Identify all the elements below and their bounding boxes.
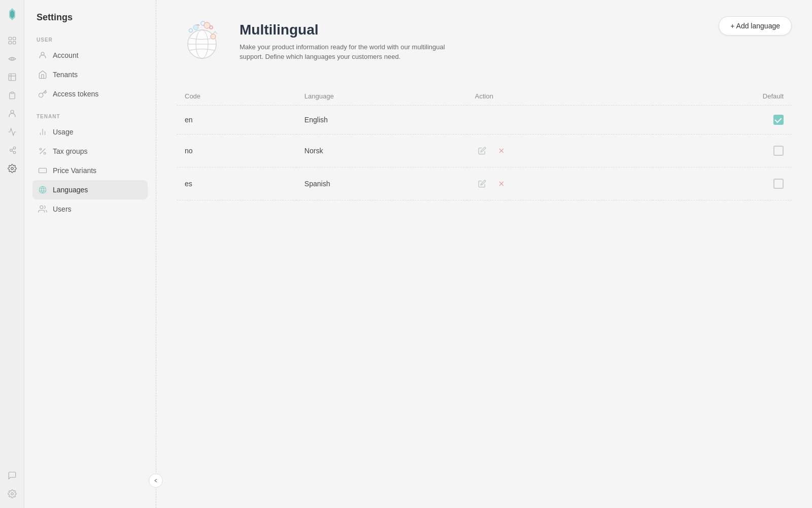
cell-action-no: [467, 134, 653, 167]
svg-rect-2: [9, 42, 11, 44]
sidebar-item-tenants-label: Tenants: [53, 71, 78, 79]
svg-point-29: [189, 29, 193, 32]
sidebar-item-usage[interactable]: Usage: [32, 122, 148, 142]
rail-integrations-icon[interactable]: [4, 142, 20, 158]
header-left: Multilingual Make your product informati…: [177, 16, 453, 67]
sidebar-section-user: USER: [32, 33, 148, 46]
languages-icon: [38, 185, 48, 195]
page-header: Multilingual Make your product informati…: [177, 16, 792, 67]
usage-icon: [38, 127, 48, 137]
col-header-action: Action: [467, 87, 653, 106]
sidebar-item-access-tokens-label: Access tokens: [53, 90, 98, 98]
sidebar-item-tax-groups-label: Tax groups: [53, 147, 87, 155]
edit-language-es[interactable]: [475, 177, 489, 191]
cell-language-es: Spanish: [296, 167, 467, 200]
page-illustration: [177, 16, 227, 67]
delete-language-no[interactable]: [494, 144, 509, 158]
sidebar-section-tenant: TENANT: [32, 110, 148, 122]
header-text: Multilingual Make your product informati…: [240, 22, 453, 62]
sidebar-item-account-label: Account: [53, 51, 79, 59]
price-variants-icon: [38, 165, 48, 176]
users-icon: [38, 204, 48, 214]
page-title: Multilingual: [240, 22, 453, 38]
app-logo[interactable]: [4, 6, 20, 22]
add-language-button[interactable]: + Add language: [719, 16, 792, 36]
delete-language-es[interactable]: [494, 177, 509, 191]
svg-point-22: [39, 186, 46, 193]
svg-point-20: [44, 152, 46, 154]
svg-line-18: [40, 149, 46, 154]
default-indicator-es[interactable]: [773, 179, 784, 189]
col-header-language: Language: [296, 87, 467, 106]
icon-rail: [0, 0, 24, 508]
cell-action-en: [467, 106, 653, 134]
sidebar-item-price-variants-label: Price Variants: [53, 166, 96, 175]
cell-code-en: en: [177, 106, 296, 134]
table-header-row: Code Language Action Default: [177, 87, 792, 106]
sidebar-title: Settings: [32, 12, 148, 23]
rail-orders-icon[interactable]: [4, 87, 20, 104]
table-row: enEnglish: [177, 106, 792, 134]
sidebar-item-users[interactable]: Users: [32, 199, 148, 219]
table-row: noNorsk: [177, 134, 792, 167]
col-header-default: Default: [653, 87, 792, 106]
svg-rect-1: [13, 37, 15, 40]
sidebar-item-languages[interactable]: Languages: [32, 180, 148, 199]
svg-point-32: [211, 34, 216, 39]
svg-rect-5: [9, 74, 16, 81]
svg-point-19: [40, 148, 42, 150]
sidebar: Settings USER Account Tenants Access tok…: [24, 0, 156, 508]
table-row: esSpanish: [177, 167, 792, 200]
rail-grid-icon[interactable]: [4, 51, 20, 67]
svg-line-13: [12, 149, 13, 150]
svg-point-15: [11, 167, 13, 170]
main-content: Multilingual Make your product informati…: [156, 0, 812, 508]
rail-analytics-icon[interactable]: [4, 124, 20, 140]
access-tokens-icon: [38, 89, 48, 99]
rail-dashboard-icon[interactable]: [4, 32, 20, 49]
edit-language-no[interactable]: [475, 144, 489, 158]
svg-point-9: [11, 110, 14, 113]
rail-settings-bottom-icon[interactable]: [4, 486, 20, 502]
cell-code-es: es: [177, 167, 296, 200]
default-indicator-en[interactable]: [773, 115, 784, 125]
svg-rect-3: [13, 42, 15, 44]
cell-action-es: [467, 167, 653, 200]
sidebar-item-users-label: Users: [53, 205, 72, 213]
sidebar-item-price-variants[interactable]: Price Variants: [32, 161, 148, 180]
sidebar-item-account[interactable]: Account: [32, 46, 148, 65]
cell-default-no[interactable]: [653, 134, 792, 167]
cell-language-en: English: [296, 106, 467, 134]
cell-default-es[interactable]: [653, 167, 792, 200]
sidebar-collapse-button[interactable]: [149, 473, 163, 488]
sidebar-item-languages-label: Languages: [53, 186, 88, 194]
languages-table: Code Language Action Default enEnglishno…: [177, 87, 792, 200]
default-indicator-no[interactable]: [773, 146, 784, 156]
account-icon: [38, 50, 48, 60]
rail-catalog-icon[interactable]: [4, 69, 20, 85]
col-header-code: Code: [177, 87, 296, 106]
sidebar-item-access-tokens[interactable]: Access tokens: [32, 84, 148, 104]
rail-settings-icon[interactable]: [4, 160, 20, 177]
tax-groups-icon: [38, 146, 48, 156]
svg-point-23: [40, 206, 43, 209]
sidebar-item-tax-groups[interactable]: Tax groups: [32, 142, 148, 161]
rail-customers-icon[interactable]: [4, 106, 20, 122]
tenants-icon: [38, 70, 48, 80]
rail-chat-icon[interactable]: [4, 467, 20, 484]
sidebar-item-usage-label: Usage: [53, 128, 73, 136]
svg-rect-8: [11, 92, 13, 93]
svg-line-14: [12, 151, 13, 152]
cell-default-en[interactable]: [653, 106, 792, 134]
cell-language-no: Norsk: [296, 134, 467, 167]
svg-point-16: [11, 493, 13, 495]
svg-point-30: [204, 22, 210, 28]
svg-point-31: [193, 25, 198, 30]
cell-code-no: no: [177, 134, 296, 167]
svg-point-4: [11, 58, 13, 60]
page-description: Make your product information ready for …: [240, 42, 453, 62]
sidebar-item-tenants[interactable]: Tenants: [32, 65, 148, 84]
svg-rect-0: [9, 37, 11, 40]
